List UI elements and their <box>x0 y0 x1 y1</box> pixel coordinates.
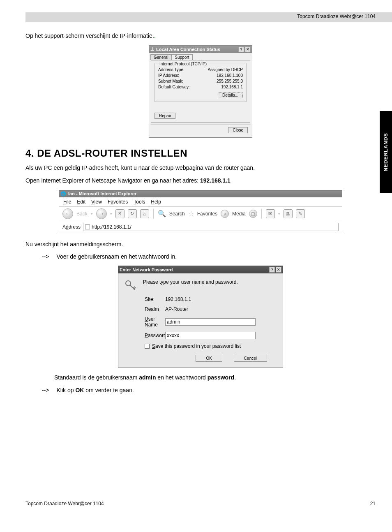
ie-titlebar: 🌐 lan - Microsoft Internet Explorer <box>59 190 342 197</box>
menu-file[interactable]: File <box>63 199 71 205</box>
s2a: Klik op <box>57 387 76 393</box>
header-product: Topcom Draadloze Webr@cer 1104 <box>297 14 376 19</box>
realm-value: AP-Router <box>165 306 188 312</box>
key-icon <box>124 279 137 291</box>
tab-body: Internet Protocol (TCP/IP) Address Type:… <box>151 60 250 123</box>
ie-title: lan - Microsoft Internet Explorer <box>68 191 136 196</box>
kv-row: Subnet Mask:255.255.255.0 <box>158 79 243 83</box>
refresh-icon[interactable]: ↻ <box>128 209 137 218</box>
pwd-prompt: Please type your user name and password. <box>143 279 238 285</box>
creds-e: . <box>234 374 236 381</box>
details-button[interactable]: Details... <box>218 92 243 98</box>
ok-button[interactable]: OK <box>196 355 222 362</box>
fieldset-legend: Internet Protocol (TCP/IP) <box>158 62 208 66</box>
favorites-icon[interactable]: ☆ <box>188 210 194 217</box>
ie-menubar: File Edit View Favorites Tools Help <box>59 197 342 207</box>
pwd-user-row: User Name <box>124 316 277 328</box>
address-label: Address <box>62 224 81 230</box>
kv-row: IP Address:192.168.1.100 <box>158 73 243 78</box>
help-icon[interactable]: ? <box>238 46 244 52</box>
menu-tools[interactable]: Tools <box>134 199 145 205</box>
pwd-pass-row: Password <box>124 332 277 339</box>
section-p2a: Open Internet Explorer of Netscape Navig… <box>25 177 200 184</box>
step-item: --> Voer de gebruikersnaam en het wachtw… <box>42 253 376 260</box>
ie-window: 🌐 lan - Microsoft Internet Explorer File… <box>59 190 342 233</box>
intro-dots: . <box>154 32 156 39</box>
toolbar-separator <box>261 209 262 219</box>
stop-icon[interactable]: ✕ <box>115 209 125 218</box>
s2b: OK <box>75 387 84 393</box>
default-creds: Standaard is de gebruikersnaam admin en … <box>54 374 376 382</box>
page-icon <box>85 224 90 229</box>
intro-para: Op het support-scherm verschijnt de IP-i… <box>25 32 376 40</box>
page-content: Op het support-scherm verschijnt de IP-i… <box>25 32 376 397</box>
kv-row: Address Type:Assigned by DHCP <box>158 67 243 72</box>
pwd-title: Enter Network Password <box>120 267 173 272</box>
kv-val: 192.168.1.100 <box>217 73 243 78</box>
arrow-icon: --> <box>42 253 49 260</box>
intro-text: Op het support-scherm verschijnt de IP-i… <box>25 32 154 39</box>
password-label: Password <box>124 333 165 338</box>
repair-button[interactable]: Repair <box>154 113 175 119</box>
kv-val: Assigned by DHCP <box>208 67 243 72</box>
tab-general[interactable]: General <box>150 54 172 60</box>
repair-row: Repair <box>154 113 247 119</box>
kv-key: Default Gateway: <box>158 85 190 89</box>
creds-a: Standaard is de gebruikersnaam <box>54 374 139 381</box>
back-label: Back <box>76 211 88 217</box>
save-password-checkbox[interactable] <box>145 344 150 349</box>
search-icon[interactable]: 🔍 <box>158 210 166 217</box>
section-p2: Open Internet Explorer of Netscape Navig… <box>25 177 376 185</box>
forward-icon[interactable]: → <box>96 208 107 219</box>
help-icon[interactable]: ? <box>269 267 275 273</box>
footer-product: Topcom Draadloze Webr@cer 1104 <box>25 501 104 507</box>
address-field[interactable]: http://192.168.1.1/ <box>83 223 339 231</box>
realm-label: Realm <box>124 306 165 312</box>
password-input[interactable] <box>165 332 256 339</box>
dialog-titlebar: ⊥ Local Area Connection Status ? ✕ <box>149 46 252 53</box>
kv-val: 192.168.1.1 <box>221 85 243 89</box>
history-icon[interactable]: ◷ <box>249 210 257 218</box>
step-text: Voer de gebruikersnaam en het wachtwoord… <box>57 253 177 260</box>
pwd-site-row: Site: 192.168.1.1 <box>124 296 277 302</box>
connection-status-dialog: ⊥ Local Area Connection Status ? ✕ Gener… <box>149 45 252 138</box>
pwd-body: Please type your user name and password.… <box>118 273 283 368</box>
close-button[interactable]: Close <box>228 127 248 133</box>
header-band: Topcom Draadloze Webr@cer 1104 <box>25 12 392 22</box>
kv-key: Subnet Mask: <box>158 79 183 83</box>
menu-help[interactable]: Help <box>151 199 161 205</box>
language-tab-label: NEDERLANDS <box>383 133 389 171</box>
favorites-label: Favorites <box>197 211 217 217</box>
cancel-button[interactable]: Cancel <box>234 355 267 362</box>
menu-view[interactable]: View <box>91 199 102 205</box>
s2c: om verder te gaan. <box>84 387 134 393</box>
ie-addressbar: Address http://192.168.1.1/ <box>59 221 342 233</box>
pwd-titlebar: Enter Network Password ? ✕ <box>118 266 283 273</box>
print-icon[interactable]: 🖶 <box>284 209 293 218</box>
step-item: --> Klik op OK om verder te gaan. <box>42 387 376 393</box>
dialog-buttons: Close <box>151 124 250 136</box>
arrow-icon: --> <box>42 387 49 393</box>
back-icon[interactable]: ← <box>62 208 73 219</box>
username-input[interactable] <box>165 318 256 326</box>
dialog-tabs: General Support <box>150 54 251 60</box>
router-ip: 192.168.1.1 <box>200 177 231 184</box>
site-value: 192.168.1.1 <box>165 296 191 302</box>
menu-favorites[interactable]: Favorites <box>108 199 128 205</box>
page-number: 21 <box>370 501 376 507</box>
site-label: Site: <box>124 296 165 302</box>
creds-c: en het wachtwoord <box>156 374 207 381</box>
kv-key: Address Type: <box>158 67 184 72</box>
toolbar-separator <box>153 209 154 219</box>
menu-edit[interactable]: Edit <box>77 199 85 205</box>
pwd-intro: Please type your user name and password. <box>124 279 277 291</box>
close-icon[interactable]: ✕ <box>276 267 281 273</box>
media-icon[interactable]: ♪ <box>221 210 229 218</box>
home-icon[interactable]: ⌂ <box>140 209 149 218</box>
pwd-buttons: OK Cancel <box>124 355 277 362</box>
mail-icon[interactable]: ✉ <box>266 209 275 218</box>
tab-support[interactable]: Support <box>172 54 193 60</box>
edit-icon[interactable]: ✎ <box>296 209 305 218</box>
close-icon[interactable]: ✕ <box>245 46 251 52</box>
save-password-label: Save this password in your password list <box>152 343 241 349</box>
